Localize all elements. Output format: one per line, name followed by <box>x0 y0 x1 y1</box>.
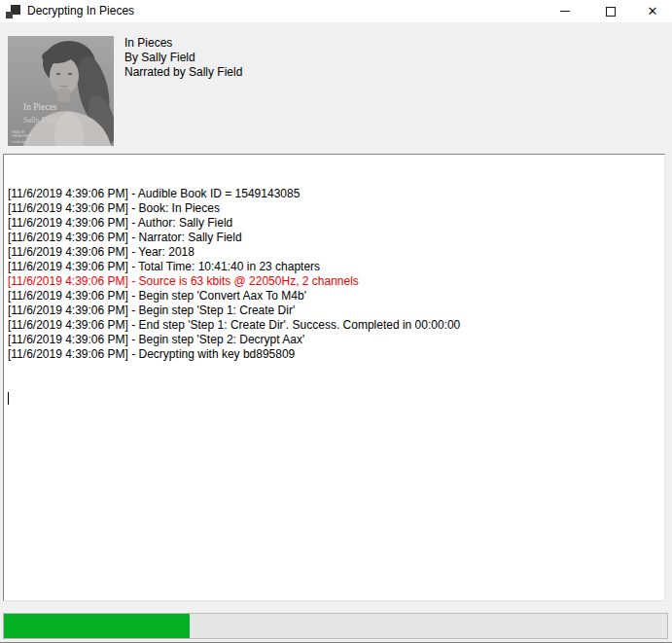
book-author: By Sally Field <box>124 51 242 65</box>
app-icon-square-small <box>6 12 13 18</box>
log-line: [11/6/2019 4:39:06 PM] - Year: 2018 <box>8 245 660 260</box>
maximize-icon <box>606 7 616 17</box>
maximize-button[interactable] <box>587 0 633 22</box>
book-info: In Pieces By Sally Field Narrated by Sal… <box>124 36 242 80</box>
log-line: [11/6/2019 4:39:06 PM] - Decrypting with… <box>8 347 660 362</box>
close-button[interactable]: ✕ <box>633 0 672 22</box>
log-line: [11/6/2019 4:39:06 PM] - Begin step 'Con… <box>8 289 660 304</box>
book-cover-art: In Pieces Sally Field READ BY THE AUTHOR… <box>8 36 114 146</box>
text-caret <box>8 392 9 405</box>
log-line: [11/6/2019 4:39:06 PM] - Book: In Pieces <box>8 201 660 216</box>
cover-author-text: Sally Field <box>23 116 57 125</box>
app-icon <box>6 4 21 19</box>
log-line: [11/6/2019 4:39:06 PM] - Narrator: Sally… <box>8 231 660 245</box>
log-textbox[interactable]: [11/6/2019 4:39:06 PM] - Audible Book ID… <box>3 154 665 601</box>
title-bar: Decrypting In Pieces ✕ <box>0 0 672 22</box>
log-line: [11/6/2019 4:39:06 PM] - Source is 63 kb… <box>8 274 660 289</box>
window-title: Decrypting In Pieces <box>27 4 134 18</box>
minimize-button[interactable] <box>542 0 587 22</box>
close-icon: ✕ <box>648 5 658 18</box>
book-narrator: Narrated by Sally Field <box>124 65 242 80</box>
app-window: Decrypting In Pieces ✕ <box>0 0 672 643</box>
log-line: [11/6/2019 4:39:06 PM] - Total Time: 10:… <box>8 260 660 274</box>
progress-bar <box>3 613 668 639</box>
log-line: [11/6/2019 4:39:06 PM] - Begin step 'Ste… <box>8 333 660 347</box>
minimize-icon <box>560 11 570 12</box>
cover-title-text: In Pieces <box>23 102 57 112</box>
log-line: [11/6/2019 4:39:06 PM] - Author: Sally F… <box>8 216 660 231</box>
log-lines: [11/6/2019 4:39:06 PM] - Audible Book ID… <box>8 187 660 362</box>
cover-readby-line2: THE AUTHOR <box>12 134 32 138</box>
progress-fill <box>4 614 190 638</box>
cover-edition-text: Unabridged <box>12 140 29 144</box>
log-line: [11/6/2019 4:39:06 PM] - Audible Book ID… <box>8 187 660 201</box>
log-line: [11/6/2019 4:39:06 PM] - Begin step 'Ste… <box>8 304 660 318</box>
book-title: In Pieces <box>124 36 242 51</box>
book-cover-image: In Pieces Sally Field READ BY THE AUTHOR… <box>8 36 114 146</box>
log-line: [11/6/2019 4:39:06 PM] - End step 'Step … <box>8 318 660 333</box>
